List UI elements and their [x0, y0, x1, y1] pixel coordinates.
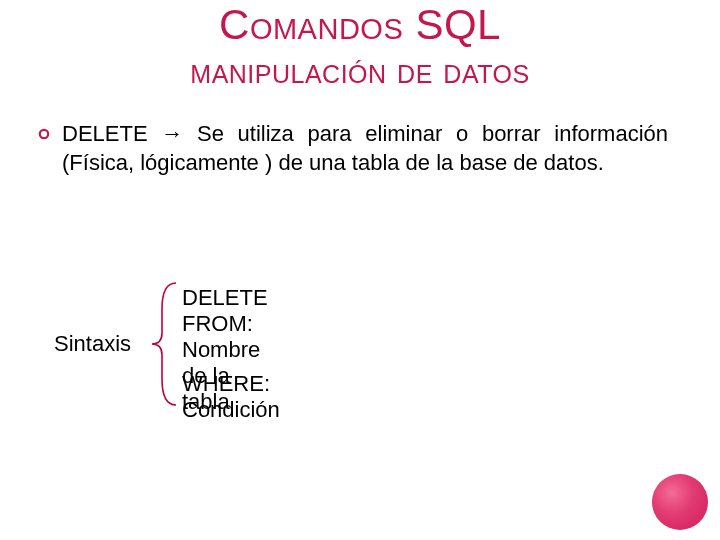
bullet-item: DELETE → Se utiliza para eliminar o borr… [38, 120, 668, 177]
bullet-text: DELETE → Se utiliza para eliminar o borr… [62, 120, 668, 177]
slide-container: Comandos SQL manipulación de datos DELET… [0, 2, 720, 540]
decorative-circle-icon [652, 474, 708, 530]
syntax-line-where: WHERE: Condición [182, 371, 280, 423]
bullet-circle-icon [38, 126, 50, 144]
curly-bracket-icon [148, 279, 180, 413]
slide-subtitle: manipulación de datos [32, 50, 688, 92]
syntax-label: Sintaxis [54, 331, 131, 357]
svg-point-0 [40, 130, 48, 138]
slide-title: Comandos SQL [32, 2, 688, 48]
